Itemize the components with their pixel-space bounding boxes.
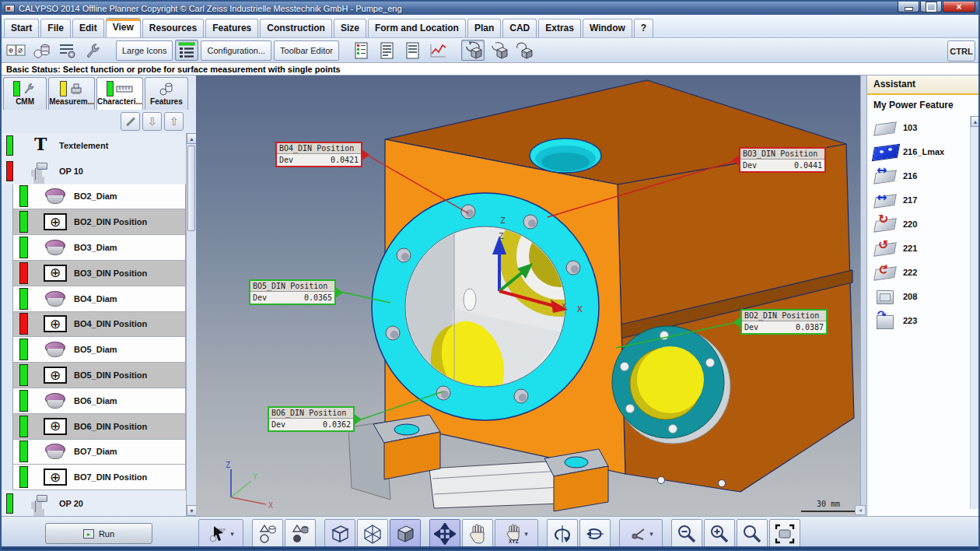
list-item[interactable]: BO6_DIN Position xyxy=(12,414,186,440)
measurement-callout[interactable]: BO2_DIN Position Dev0.0387 xyxy=(740,309,828,335)
list-item[interactable]: BO2_Diam xyxy=(12,184,186,210)
configuration-button[interactable]: Configuration... xyxy=(201,40,271,61)
list-item[interactable]: BO6_Diam xyxy=(12,388,186,414)
ctrl-button[interactable]: CTRL xyxy=(947,40,975,61)
view-shaded-button[interactable] xyxy=(390,519,421,548)
tab-features[interactable]: Features xyxy=(145,77,188,110)
power-feature-item[interactable]: 223 xyxy=(872,308,969,332)
list-scrollbar[interactable]: ▲ ▼ xyxy=(186,133,196,516)
menu-item[interactable]: Resources xyxy=(142,19,204,37)
menu-item[interactable]: Construction xyxy=(260,19,332,37)
tab-measurement[interactable]: Measurem... xyxy=(48,77,95,110)
menu-item[interactable]: View xyxy=(106,18,141,37)
item-icon xyxy=(44,213,67,230)
trend-chart-icon[interactable] xyxy=(427,40,450,61)
list-item[interactable]: BO3_Diam xyxy=(12,235,186,261)
viewport-scrollbar[interactable] xyxy=(860,75,866,516)
menu-item[interactable]: CAD xyxy=(502,19,537,37)
report-alt-icon[interactable] xyxy=(401,40,425,61)
shaded-cube-icon xyxy=(394,523,416,545)
move-up-button[interactable]: ⇧ xyxy=(164,112,184,131)
list-view-icon[interactable] xyxy=(175,40,198,61)
view-wireframe-edges-button[interactable] xyxy=(357,519,388,548)
select-features-button[interactable]: ▾ xyxy=(198,519,243,548)
item-icon xyxy=(44,265,67,282)
list-item[interactable]: BO4_DIN Position xyxy=(12,312,186,338)
zoom-out-button[interactable] xyxy=(671,519,702,548)
scroll-up-icon[interactable]: ▲ xyxy=(971,116,980,127)
list-item[interactable]: BO7_DIN Position xyxy=(12,465,186,490)
list-item[interactable]: BO5_DIN Position xyxy=(12,363,186,388)
menu-item[interactable]: Form and Location xyxy=(368,19,466,37)
tab-characteristics[interactable]: Characteri... xyxy=(96,77,143,110)
position-diameter-icon[interactable]: ⊕⌀ xyxy=(5,40,28,61)
menu-item[interactable]: File xyxy=(40,19,71,37)
power-feature-item[interactable]: 221 xyxy=(872,236,969,260)
cad-cube-rotate-2-icon[interactable] xyxy=(487,40,510,61)
assistant-scrollbar[interactable]: ▲ xyxy=(970,116,979,509)
list-item[interactable]: BO4_Diam xyxy=(12,286,186,312)
large-icons-button[interactable]: Large Icons xyxy=(116,40,173,61)
move-down-button[interactable]: ⇩ xyxy=(142,112,162,131)
view-wireframe-button[interactable] xyxy=(324,519,355,548)
zoom-window-button[interactable] xyxy=(737,519,768,548)
menu-item[interactable]: Start xyxy=(4,19,39,37)
rotate-horizontal-button[interactable] xyxy=(579,519,611,548)
item-icon xyxy=(29,495,52,512)
power-feature-item[interactable]: 217 xyxy=(872,188,969,212)
rotate-about-axis-button[interactable]: ▾ xyxy=(619,519,663,548)
list-item[interactable]: BO5_Diam xyxy=(12,337,186,363)
cad-cube-rotate-icon[interactable] xyxy=(461,40,485,61)
list-item[interactable]: Textelement xyxy=(2,133,186,159)
list-item[interactable]: OP 10 xyxy=(2,159,186,184)
plan-settings-icon[interactable] xyxy=(56,40,79,61)
pan-view-button[interactable] xyxy=(429,519,460,548)
tab-cmm[interactable]: CMM xyxy=(3,77,47,110)
run-button[interactable]: ▸ Run xyxy=(45,523,152,544)
item-label: BO4_Diam xyxy=(74,294,117,304)
power-feature-item[interactable]: 103 xyxy=(872,115,969,139)
menu-item[interactable]: ? xyxy=(634,19,653,37)
menu-item[interactable]: Features xyxy=(205,19,258,37)
svg-text:⊕: ⊕ xyxy=(9,46,13,54)
menu-item[interactable]: Edit xyxy=(72,19,104,37)
power-feature-item[interactable]: 216_Lmax xyxy=(872,139,969,163)
pan-hand-xyz-button[interactable]: XYZ ▾ xyxy=(495,519,538,548)
status-indicator xyxy=(19,440,28,462)
scroll-thumb[interactable] xyxy=(187,146,195,231)
zoom-in-button[interactable] xyxy=(704,519,735,548)
power-feature-item[interactable]: 216 xyxy=(872,163,969,188)
rotate-vertical-button[interactable] xyxy=(547,519,578,548)
close-button[interactable]: × xyxy=(943,2,975,12)
zoom-fit-button[interactable] xyxy=(769,519,800,548)
cad-viewport[interactable]: Z Z x X Z Y X 30 mm BO4_DIN Position xyxy=(196,75,860,516)
features-closed-button[interactable] xyxy=(285,519,316,548)
wrench-icon[interactable] xyxy=(82,40,105,61)
maximize-button[interactable] xyxy=(920,2,942,12)
measurement-callout[interactable]: BO6_DIN Position Dev0.0362 xyxy=(268,406,355,432)
measurement-callout[interactable]: BO3_DIN Position Dev0.0441 xyxy=(739,147,826,173)
menu-item[interactable]: Window xyxy=(583,19,632,37)
cad-cube-rotate-3-icon[interactable] xyxy=(513,40,536,61)
report-icon[interactable] xyxy=(376,40,399,61)
list-item[interactable]: BO7_Diam xyxy=(12,440,186,465)
menu-item[interactable]: Plan xyxy=(467,19,501,37)
list-item[interactable]: BO2_DIN Position xyxy=(12,209,186,235)
list-item[interactable]: OP 20 xyxy=(2,490,186,516)
power-feature-item[interactable]: 220 xyxy=(872,212,969,236)
power-feature-item[interactable]: 222 xyxy=(872,260,969,284)
toolbar-editor-button[interactable]: Toolbar Editor xyxy=(274,40,339,61)
report-status-icon[interactable] xyxy=(350,40,373,61)
scroll-left-icon[interactable]: ◄ xyxy=(855,505,866,515)
menu-item[interactable]: Size xyxy=(334,19,366,37)
measurement-callout[interactable]: BO5_DIN Position Dev0.0365 xyxy=(249,279,336,305)
features-open-button[interactable] xyxy=(252,519,283,548)
edit-pencil-button[interactable] xyxy=(121,112,140,131)
list-item[interactable]: BO3_DIN Position xyxy=(12,261,186,286)
menu-item[interactable]: Extras xyxy=(538,19,581,37)
measurement-callout[interactable]: BO4_DIN Position Dev0.0421 xyxy=(275,142,362,167)
power-feature-item[interactable]: 208 xyxy=(872,284,969,308)
pan-hand-button[interactable] xyxy=(462,519,493,548)
features-shapes-icon[interactable] xyxy=(30,40,54,61)
minimize-button[interactable] xyxy=(898,2,919,12)
